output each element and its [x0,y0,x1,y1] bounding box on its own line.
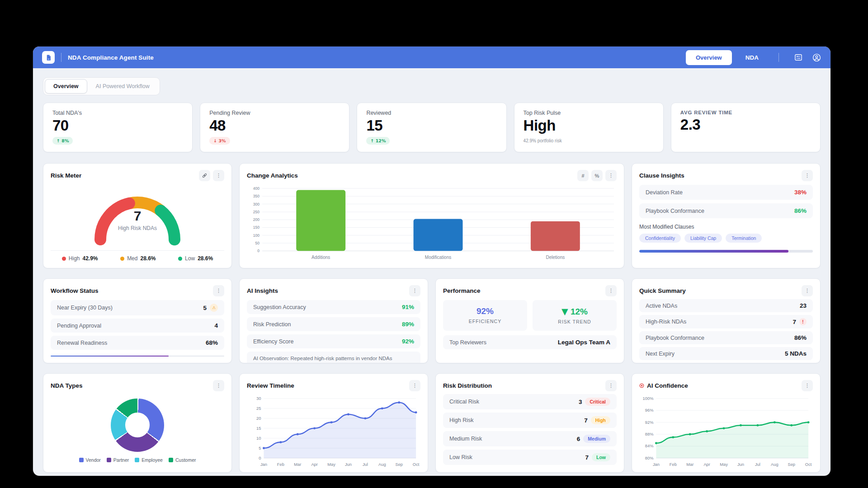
kpi-label: Total NDA's [52,110,183,116]
legend-swatch-customer [169,458,173,462]
bottom-row: NDA Types ⋮ Vendor Partner Employee Cust… [43,373,821,473]
tab-overview[interactable]: Overview [45,79,87,94]
app-title: NDA Compliance Agent Suite [68,54,154,61]
stat-value: 91% [402,304,414,310]
gauge-value: 7 [85,208,189,224]
card-title: Review Timeline [247,382,294,389]
stat-value: 89% [402,321,414,328]
stat-value: 7Low [585,453,610,461]
stat-row: High-Risk NDAs 7! [639,315,813,328]
kebab-menu-icon[interactable]: ⋮ [605,285,617,296]
kebab-menu-icon[interactable]: ⋮ [802,285,813,296]
top-header-bar: NDA Compliance Agent Suite Overview NDA [33,47,830,68]
kebab-menu-icon[interactable]: ⋮ [409,380,420,391]
stat-label: Pending Approval [57,323,101,329]
target-icon [639,383,644,388]
kebab-menu-icon[interactable]: ⋮ [409,285,420,296]
svg-text:20: 20 [256,416,261,421]
link-icon[interactable] [199,170,210,181]
ai-confidence-line-chart: 80%84%88%92%96%100%JanFebMarAprMayJunJul… [639,395,813,469]
clause-pill: Liability Cap [684,234,722,243]
card-title: Risk Meter [51,172,81,179]
card-title: Quick Summary [639,287,686,294]
status-badge: High [591,416,610,424]
review-timeline-line-chart: 051015202530JanFebMarAprMayJunJulAugSepO… [247,395,420,469]
stat-value: 3Critical [579,398,610,406]
status-badge: Low [592,453,610,461]
stat-label: Medium Risk [449,436,482,442]
kpi-label: Reviewed [366,110,497,116]
alert-icon: ! [799,318,807,325]
workflow-status-card: Workflow Status ⋮ Near Expiry (30 Days) … [43,278,232,363]
efficiency-stat: 92% EFFICIENCY [443,300,527,331]
workflow-progress-track [51,356,224,357]
svg-text:92%: 92% [645,420,654,425]
kpi-trend-badge: ↑ 8% [52,137,73,145]
settings-panel-icon[interactable] [793,52,803,62]
svg-text:Jun: Jun [345,462,352,467]
charts-row: Risk Meter ⋮ 7 High Risk NDAs [43,163,821,268]
stat-value: 7! [793,318,807,325]
kebab-menu-icon[interactable]: ⋮ [213,170,224,181]
svg-text:Mar: Mar [686,462,693,467]
svg-text:Oct: Oct [805,462,812,467]
change-analytics-card: Change Analytics # % ⋮ 05010015020025030… [239,163,624,268]
risk-distribution-card: Risk Distribution ⋮ Critical Risk 3Criti… [435,373,624,473]
stat-row: Top Reviewers Legal Ops Team A [443,335,617,349]
stat-label: Near Expiry (30 Days) [57,305,113,311]
tab-ai-powered-workflow[interactable]: AI Powered Workflow [87,79,158,94]
nav-nda-link[interactable]: NDA [745,54,759,61]
kpi-reviewed: Reviewed 15 ↑ 12% [357,103,506,152]
workflow-progress-fill [51,356,169,357]
kpi-value: 2.3 [680,117,811,133]
clause-pill: Confidentiality [639,234,681,243]
svg-text:350: 350 [253,194,259,198]
kpi-avg-review-time: AVG REVIEW TIME 2.3 [671,103,821,152]
change-analytics-bar-chart: 050100150200250300350400AdditionsModific… [247,185,617,263]
stat-row: Playbook Conformance 86% [639,203,813,218]
stat-label: Suggestion Accuracy [253,304,306,310]
svg-text:88%: 88% [645,432,654,436]
count-mode-button[interactable]: # [577,170,589,181]
svg-text:10: 10 [256,436,261,441]
svg-text:15: 15 [256,426,261,431]
ai-confidence-card: AI Confidence ⋮ 80%84%88%92%96%100%JanFe… [632,373,821,473]
stat-value: Legal Ops Team A [558,339,610,346]
review-timeline-card: Review Timeline ⋮ 051015202530JanFebMarA… [239,373,428,473]
kebab-menu-icon[interactable]: ⋮ [802,170,813,181]
svg-text:May: May [720,462,728,467]
svg-text:Sep: Sep [395,462,403,467]
kebab-menu-icon[interactable]: ⋮ [802,380,813,391]
nav-overview-button[interactable]: Overview [686,50,732,65]
stat-row: Next Expiry 5 NDAs [639,347,813,360]
performance-card: Performance ⋮ 92% EFFICIENCY ▼ 12% RISK … [435,278,624,363]
svg-text:96%: 96% [645,408,654,413]
svg-text:Jun: Jun [737,462,744,467]
stat-row: Near Expiry (30 Days) 5⚠ [51,300,224,315]
svg-text:0: 0 [259,456,261,460]
svg-text:250: 250 [253,210,259,214]
svg-text:Apr: Apr [703,462,710,467]
app-window: NDA Compliance Agent Suite Overview NDA … [33,47,830,476]
risk-meter-card: Risk Meter ⋮ 7 High Risk NDAs [43,163,232,268]
document-logo-icon [42,51,55,64]
kebab-menu-icon[interactable]: ⋮ [605,380,617,391]
svg-text:200: 200 [253,217,259,222]
svg-text:0: 0 [257,249,259,253]
svg-text:300: 300 [253,202,259,206]
stat-row: Suggestion Accuracy 91% [247,300,420,314]
nda-types-card: NDA Types ⋮ Vendor Partner Employee Cust… [43,373,232,473]
kebab-menu-icon[interactable]: ⋮ [605,170,617,181]
user-account-icon[interactable] [811,52,821,62]
legend-dot-low [178,257,182,261]
svg-text:Additions: Additions [311,255,330,260]
kebab-menu-icon[interactable]: ⋮ [213,380,224,391]
percent-mode-button[interactable]: % [591,170,603,181]
kpi-trend-badge: ↑ 12% [366,137,390,145]
kpi-total-ndas: Total NDA's 70 ↑ 8% [43,103,193,152]
svg-text:Apr: Apr [311,462,318,467]
kebab-menu-icon[interactable]: ⋮ [213,285,224,296]
status-badge: Critical [585,398,610,406]
kpi-value: High [524,117,654,134]
stat-value: 86% [794,207,807,214]
